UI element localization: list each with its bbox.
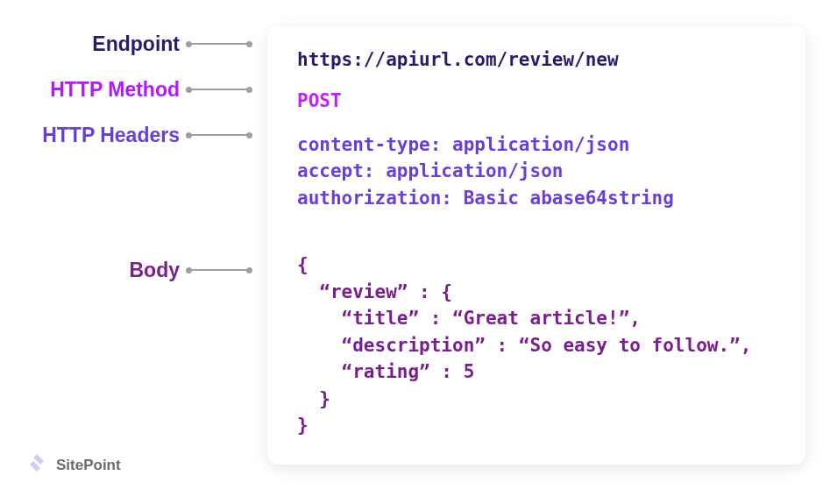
label-method-text: HTTP Method (50, 78, 180, 102)
body-value: { “review” : { “title” : “Great article!… (297, 252, 776, 438)
endpoint-value: https://apiurl.com/review/new (297, 51, 776, 69)
connector-icon (188, 89, 250, 90)
label-body-text: Body (130, 259, 181, 282)
label-headers-text: HTTP Headers (42, 124, 180, 147)
headers-value: content-type: application/json accept: a… (297, 131, 776, 211)
label-method: HTTP Method (50, 77, 250, 102)
label-endpoint: Endpoint (92, 32, 250, 56)
label-endpoint-text: Endpoint (92, 32, 180, 56)
request-card: https://apiurl.com/review/new POST conte… (267, 26, 805, 465)
label-column: Endpoint HTTP Method HTTP Headers Body (18, 26, 250, 465)
method-value: POST (297, 92, 776, 110)
label-body: Body (130, 258, 251, 282)
diagram-container: Endpoint HTTP Method HTTP Headers Body h… (0, 0, 823, 465)
connector-icon (188, 134, 250, 136)
label-headers: HTTP Headers (42, 123, 250, 147)
connector-icon (188, 43, 250, 45)
sitepoint-icon (28, 452, 49, 478)
brand-logo: SitePoint (28, 452, 121, 478)
brand-name: SitePoint (56, 457, 121, 474)
connector-icon (188, 269, 250, 271)
